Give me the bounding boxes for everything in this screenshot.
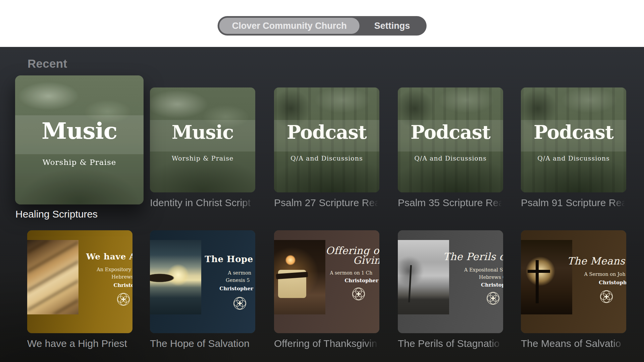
sermon-title: The Means of bbox=[567, 255, 626, 267]
hebrew-scroll-photo bbox=[27, 240, 78, 314]
sermon-scripture-ref: Genesis 5 bbox=[226, 278, 255, 283]
sermon-author: Christopher bbox=[344, 278, 379, 284]
bare-tree-photo bbox=[398, 240, 449, 314]
tile-psalm-91[interactable]: Podcast Q/A and Discussions bbox=[521, 87, 626, 192]
tile-the-perils-of-stagnation[interactable]: The Perils of A Expositonal Se Hebrews 6… bbox=[398, 230, 503, 333]
podcast-cover-art: Podcast Q/A and Discussions bbox=[521, 87, 626, 192]
tile-the-hope-of-salvation[interactable]: The Hope of S A sermon Genesis 5 Christo… bbox=[150, 230, 255, 333]
tile-psalm-27[interactable]: Podcast Q/A and Discussions bbox=[274, 87, 379, 192]
sermon-text: We have A Hi An Expository s Hebrews 5 C… bbox=[86, 252, 132, 307]
cover-title: Music bbox=[150, 121, 255, 143]
content-area: Recent Music Worship & Praise Healing Sc… bbox=[0, 47, 644, 362]
tile-offering-of-thanksgiving[interactable]: Offering of Givin A sermon on 1 Ch Chris… bbox=[274, 230, 379, 333]
sermon-text: The Perils of A Expositonal Se Hebrews 6… bbox=[443, 251, 503, 306]
tab-bar: Clover Community Church Settings bbox=[218, 16, 427, 36]
tile-label: Psalm 35 Scripture Rea bbox=[398, 197, 503, 208]
sermon-title: The Perils of bbox=[443, 251, 503, 262]
tile-psalm-35[interactable]: Podcast Q/A and Discussions bbox=[398, 87, 503, 192]
sermon-author: Christopher bbox=[599, 280, 626, 286]
section-title-recent: Recent bbox=[28, 57, 67, 70]
sermon-title: We have A Hi bbox=[86, 252, 132, 261]
church-rosette-logo-icon bbox=[599, 289, 614, 304]
tile-label: The Hope of Salvation bbox=[150, 338, 255, 349]
sermon-cover-art: The Means of A Sermon on Joh Christopher bbox=[521, 230, 626, 333]
tab-settings[interactable]: Settings bbox=[360, 18, 425, 34]
cover-subtitle: Q/A and Discussions bbox=[274, 155, 379, 162]
cover-subtitle: Worship & Praise bbox=[150, 155, 255, 162]
sermon-title: The Hope of S bbox=[205, 254, 255, 264]
tile-label: Healing Scriptures bbox=[15, 208, 144, 220]
church-rosette-logo-icon bbox=[116, 292, 131, 307]
sermon-text: The Means of A Sermon on Joh Christopher bbox=[567, 255, 626, 304]
tile-healing-scriptures[interactable]: Music Worship & Praise bbox=[15, 75, 144, 204]
sermon-subtitle: A sermon bbox=[228, 270, 255, 276]
sermon-subtitle: A sermon on 1 Ch bbox=[330, 270, 379, 276]
sermon-cover-art: Offering of Givin A sermon on 1 Ch Chris… bbox=[274, 230, 379, 333]
sermon-author: Christopher bbox=[219, 286, 255, 292]
cross-sunset-photo bbox=[521, 240, 572, 314]
cover-subtitle: Worship & Praise bbox=[15, 158, 144, 167]
tile-the-means-of-salvation[interactable]: The Means of A Sermon on Joh Christopher bbox=[521, 230, 626, 333]
tile-label: Psalm 27 Scripture Rea bbox=[274, 197, 379, 208]
top-bar: Clover Community Church Settings bbox=[0, 0, 644, 47]
tile-label: Psalm 91 Scripture Rea bbox=[521, 197, 626, 208]
tile-identity-in-christ[interactable]: Music Worship & Praise bbox=[150, 87, 255, 192]
music-cover-art: Music Worship & Praise bbox=[15, 75, 144, 204]
cover-title: Music bbox=[15, 117, 144, 144]
sermon-title-line2: Givin bbox=[353, 254, 379, 266]
tile-label: Offering of Thanksgivin bbox=[274, 338, 379, 349]
tile-label: Identity in Christ Script bbox=[150, 197, 255, 208]
sermon-subtitle: A Expositonal Se bbox=[464, 267, 503, 273]
cover-title: Podcast bbox=[521, 121, 626, 143]
tile-label: The Perils of Stagnatio bbox=[398, 338, 503, 349]
candle-photo bbox=[274, 240, 325, 314]
tab-clover-community-church[interactable]: Clover Community Church bbox=[219, 18, 360, 34]
sermon-text: The Hope of S A sermon Genesis 5 Christo… bbox=[205, 254, 255, 311]
sermon-subtitle: A Sermon on Joh bbox=[584, 272, 626, 277]
sermon-scripture-ref: Hebrews 5 bbox=[111, 274, 132, 280]
sermon-author: Christopher bbox=[481, 282, 503, 288]
tile-label: The Means of Salvatio bbox=[521, 338, 626, 349]
church-rosette-logo-icon bbox=[232, 296, 248, 311]
cover-title: Podcast bbox=[398, 121, 503, 143]
sermon-cover-art: The Perils of A Expositonal Se Hebrews 6… bbox=[398, 230, 503, 333]
sermon-cover-art: The Hope of S A sermon Genesis 5 Christo… bbox=[150, 230, 255, 333]
sermon-subtitle: An Expository s bbox=[97, 267, 132, 272]
music-cover-art: Music Worship & Praise bbox=[150, 87, 255, 192]
podcast-cover-art: Podcast Q/A and Discussions bbox=[398, 87, 503, 192]
church-rosette-logo-icon bbox=[351, 286, 366, 302]
podcast-cover-art: Podcast Q/A and Discussions bbox=[274, 87, 379, 192]
ark-ocean-photo bbox=[150, 240, 201, 314]
sermon-text: Offering of Givin A sermon on 1 Ch Chris… bbox=[326, 245, 379, 302]
sermon-cover-art: We have A Hi An Expository s Hebrews 5 C… bbox=[27, 230, 132, 333]
app-screen: Clover Community Church Settings Recent … bbox=[0, 0, 644, 362]
sermon-scripture-ref: Hebrews 6: bbox=[479, 275, 503, 280]
sermon-author: Christopher bbox=[113, 282, 132, 288]
cover-subtitle: Q/A and Discussions bbox=[521, 155, 626, 162]
cover-title: Podcast bbox=[274, 121, 379, 143]
tile-we-have-a-high-priest[interactable]: We have A Hi An Expository s Hebrews 5 C… bbox=[27, 230, 132, 333]
cover-subtitle: Q/A and Discussions bbox=[398, 155, 503, 162]
church-rosette-logo-icon bbox=[485, 291, 501, 306]
tile-label: We have a High Priest bbox=[27, 338, 132, 349]
